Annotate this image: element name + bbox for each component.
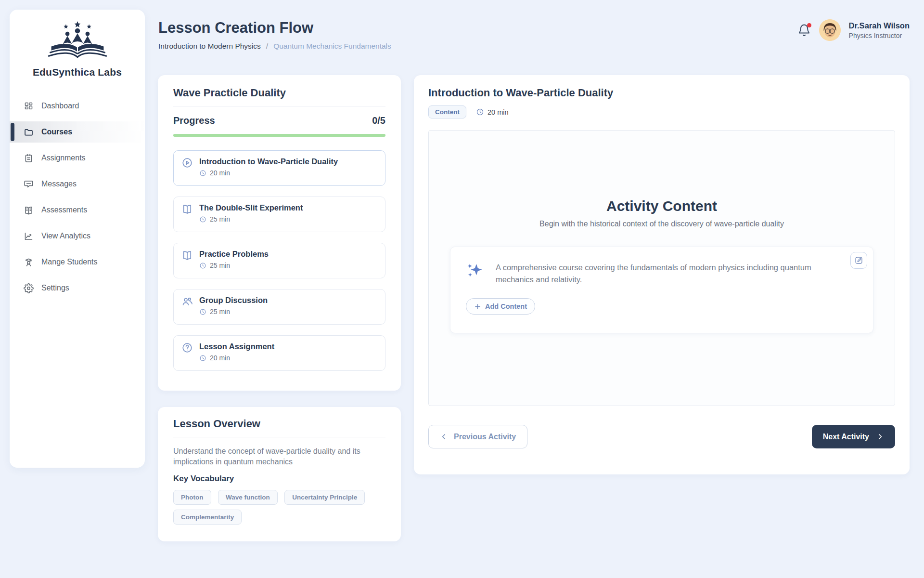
sidebar-nav: Dashboard Courses Assignments — [10, 95, 145, 299]
chevron-left-icon — [440, 433, 448, 441]
book-open-icon — [181, 203, 193, 217]
sidebar-item-label: Settings — [41, 284, 69, 292]
vocab-tag: Photon — [173, 490, 211, 505]
breadcrumb-course[interactable]: Introduction to Modern Physics — [158, 42, 261, 51]
activity-nav-buttons: Previous Activity Next Activity — [428, 425, 895, 448]
app-root: EduSynthica Labs Dashboard Courses — [0, 0, 924, 578]
avatar[interactable] — [819, 19, 841, 41]
dashboard-grid-icon — [24, 101, 34, 111]
user-area: Dr.Sarah Wilson Physics Instructor — [797, 19, 910, 41]
activity-meta-row: Content 20 min — [428, 105, 895, 118]
lesson-structure-panel: Wave Practicle Duality Progress 0/5 Intr… — [158, 75, 401, 391]
activity-card-double-slit[interactable]: The Double-Slit Experiment 25 min — [173, 197, 385, 232]
assignment-clipboard-icon — [24, 153, 34, 163]
activity-content-area: Activity Content Begin with the historic… — [428, 130, 895, 406]
lesson-overview-panel: Lesson Overview Understand the concept o… — [158, 407, 401, 541]
sidebar-item-settings[interactable]: Settings — [10, 277, 145, 299]
user-role: Physics Instructor — [849, 32, 910, 39]
analytics-chart-icon — [24, 231, 34, 241]
lesson-title: Wave Practicle Duality — [173, 87, 385, 99]
chevron-right-icon — [876, 433, 884, 441]
content-block-text: A comprehensive course covering the fund… — [496, 262, 813, 286]
sidebar-item-label: Messages — [41, 180, 77, 188]
brand-logo-icon — [41, 20, 114, 64]
activity-card-title: Introduction to Wave-Particle Duality — [199, 157, 338, 166]
activity-card-title: The Double-Slit Experiment — [199, 203, 303, 212]
user-name: Dr.Sarah Wilson — [849, 21, 910, 30]
activity-card-duration: 20 min — [210, 354, 230, 362]
breadcrumb-module[interactable]: Quantum Mechanics Fundamentals — [273, 42, 391, 51]
progress-value: 0/5 — [372, 115, 385, 126]
divider — [173, 106, 385, 106]
breadcrumb-separator: / — [266, 42, 268, 51]
sidebar: EduSynthica Labs Dashboard Courses — [10, 10, 145, 468]
next-activity-button[interactable]: Next Activity — [812, 425, 895, 448]
message-bubble-icon — [24, 179, 34, 189]
vocab-tag: Uncertainty Principle — [284, 490, 365, 505]
sidebar-item-label: Assignments — [41, 154, 86, 162]
notifications-button[interactable] — [797, 24, 811, 37]
activity-card-assignment[interactable]: Lesson Assignment 20 min — [173, 335, 385, 371]
activity-duration: 20 min — [476, 108, 509, 116]
clock-icon — [199, 216, 206, 223]
vocab-heading: Key Vocabulary — [173, 474, 385, 484]
plus-icon — [474, 303, 481, 310]
group-people-icon — [181, 296, 193, 309]
clock-icon — [199, 308, 206, 315]
open-book-icon — [24, 205, 34, 215]
edit-content-button[interactable] — [850, 252, 867, 269]
activity-card-title: Lesson Assignment — [199, 342, 274, 351]
folder-icon — [24, 127, 34, 137]
vocab-tag: Wave function — [218, 490, 278, 505]
notification-dot — [807, 23, 811, 27]
previous-activity-button[interactable]: Previous Activity — [428, 425, 527, 448]
sidebar-item-view-analytics[interactable]: View Analytics — [10, 225, 145, 247]
activity-card-title: Group Discussion — [199, 296, 268, 305]
vocab-tags: Photon Wave function Uncertainty Princip… — [173, 490, 385, 529]
activity-card-duration: 25 min — [210, 262, 230, 269]
sidebar-item-label: Courses — [41, 128, 72, 136]
activity-editor-panel: Introduction to Wave-Particle Duality Co… — [414, 75, 910, 474]
book-open-icon — [181, 250, 193, 263]
sparkle-icon — [466, 262, 484, 282]
edit-pencil-icon — [854, 256, 863, 265]
student-cap-icon — [24, 257, 34, 267]
content-type-badge[interactable]: Content — [428, 105, 466, 118]
sidebar-item-label: Assessments — [41, 206, 87, 214]
activity-card-duration: 25 min — [210, 308, 230, 315]
page-header: Lesson Creation Flow Introduction to Mod… — [158, 19, 391, 51]
sidebar-item-assignments[interactable]: Assignments — [10, 147, 145, 169]
gear-icon — [24, 283, 34, 293]
activity-card-intro[interactable]: Introduction to Wave-Particle Duality 20… — [173, 150, 385, 186]
activity-card-discussion[interactable]: Group Discussion 25 min — [173, 289, 385, 325]
content-block-card: A comprehensive course covering the fund… — [450, 247, 873, 333]
activity-card-title: Practice Problems — [199, 250, 269, 259]
sidebar-item-label: Dashboard — [41, 102, 79, 110]
brand-name: EduSynthica Labs — [10, 66, 145, 78]
avatar-face-icon — [819, 19, 841, 41]
sidebar-item-dashboard[interactable]: Dashboard — [10, 95, 145, 117]
brand-block: EduSynthica Labs — [10, 10, 145, 78]
add-content-button[interactable]: Add Content — [466, 298, 535, 315]
sidebar-item-assessments[interactable]: Assessments — [10, 199, 145, 221]
activity-card-practice[interactable]: Practice Problems 25 min — [173, 243, 385, 278]
activity-title: Introduction to Wave-Particle Duality — [428, 87, 895, 99]
sidebar-item-mange-students[interactable]: Mange Students — [10, 251, 145, 273]
progress-bar — [173, 134, 385, 137]
question-circle-icon — [181, 342, 193, 355]
clock-icon — [199, 170, 206, 177]
clock-icon — [199, 355, 206, 362]
sidebar-item-label: Mange Students — [41, 258, 98, 266]
sidebar-item-messages[interactable]: Messages — [10, 173, 145, 195]
progress-label: Progress — [173, 115, 215, 126]
activity-card-duration: 20 min — [210, 169, 230, 177]
content-heading: Activity Content — [429, 198, 895, 214]
divider — [173, 437, 385, 437]
activity-list: Introduction to Wave-Particle Duality 20… — [173, 150, 385, 371]
sidebar-item-courses[interactable]: Courses — [10, 121, 145, 143]
progress-row: Progress 0/5 — [173, 115, 385, 126]
clock-icon — [199, 262, 206, 269]
vocab-tag: Complementarity — [173, 510, 242, 525]
overview-description: Understand the concept of wave-particle … — [173, 446, 366, 468]
sidebar-item-label: View Analytics — [41, 232, 90, 240]
